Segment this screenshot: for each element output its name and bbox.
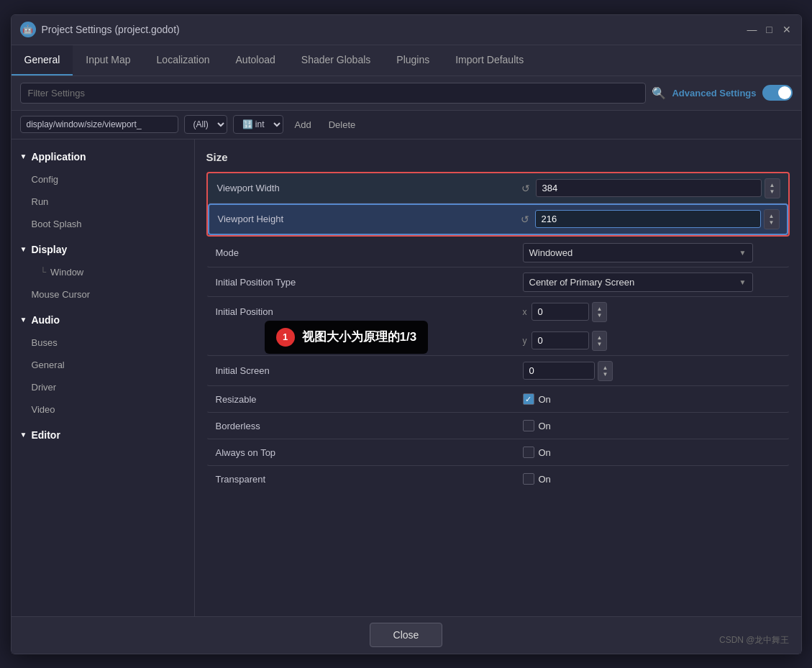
sidebar-section-audio: ▼ Audio Buses General Driver Video <box>12 308 194 421</box>
row-resizable: Resizable ✓ On <box>206 386 790 413</box>
mode-label: Mode <box>207 240 516 265</box>
sidebar-header-audio[interactable]: ▼ Audio <box>12 308 194 331</box>
path-bar: (All) 🔢 int Add Delete <box>12 111 801 139</box>
sidebar-item-boot-splash[interactable]: Boot Splash <box>12 213 194 235</box>
resizable-checkbox-group[interactable]: ✓ On <box>523 393 551 405</box>
minimize-button[interactable]: — <box>747 24 758 35</box>
initial-screen-label: Initial Screen <box>207 358 516 383</box>
tab-shader-globals[interactable]: Shader Globals <box>288 45 384 76</box>
sub-arrow-icon: └ <box>40 267 47 277</box>
viewport-width-label: Viewport Width <box>209 175 514 201</box>
reset-icon[interactable]: ↺ <box>521 183 530 194</box>
initial-position-type-dropdown-value: Center of Primary Screen <box>529 277 635 288</box>
sidebar-item-run[interactable]: Run <box>12 191 194 213</box>
borderless-checkbox[interactable] <box>523 420 534 431</box>
row-initial-screen: Initial Screen ▲ ▼ <box>206 356 790 386</box>
titlebar: 🤖 Project Settings (project.godot) — □ ✕ <box>12 15 801 45</box>
row-viewport-width: Viewport Width ↺ ▲ ▼ <box>208 173 788 203</box>
initial-position-x-input[interactable] <box>532 303 589 321</box>
viewport-height-spinner[interactable]: ▲ ▼ <box>764 209 780 229</box>
advanced-settings-label: Advanced Settings <box>672 88 756 99</box>
y-coord-label: y <box>523 336 532 346</box>
x-spinner[interactable]: ▲ ▼ <box>592 302 608 322</box>
close-window-button[interactable]: ✕ <box>781 24 793 35</box>
sidebar-item-general[interactable]: General <box>12 354 194 376</box>
window-title: Project Settings (project.godot) <box>42 24 747 35</box>
tab-general[interactable]: General <box>12 45 73 76</box>
initial-screen-value: ▲ ▼ <box>516 357 789 385</box>
viewport-height-value: ↺ ▲ ▼ <box>514 205 787 234</box>
arrow-icon: ▼ <box>20 245 27 253</box>
advanced-settings-toggle[interactable] <box>762 85 793 101</box>
resizable-checkbox[interactable]: ✓ <box>523 393 534 405</box>
initial-position-y-input[interactable] <box>532 331 589 349</box>
arrow-icon: ▼ <box>20 316 27 324</box>
row-mode: Mode Windowed ▼ <box>206 238 790 267</box>
resizable-on-text: On <box>539 394 551 405</box>
search-icon: 🔍 <box>652 86 666 100</box>
transparent-checkbox-group[interactable]: On <box>523 473 551 485</box>
filter-input[interactable] <box>20 83 647 104</box>
y-spinner[interactable]: ▲ ▼ <box>592 331 608 351</box>
window-controls: — □ ✕ <box>747 24 793 35</box>
tab-autoload[interactable]: Autoload <box>223 45 288 76</box>
tab-plugins[interactable]: Plugins <box>383 45 442 76</box>
row-borderless: Borderless On <box>206 413 790 439</box>
resizable-label: Resizable <box>207 387 516 412</box>
row-always-on-top: Always on Top On <box>206 439 790 466</box>
filter-toolbar: 🔍 Advanced Settings <box>12 76 801 111</box>
tab-input-map[interactable]: Input Map <box>73 45 143 76</box>
transparent-on-text: On <box>539 474 551 485</box>
sidebar-item-driver[interactable]: Driver <box>12 376 194 398</box>
viewport-width-spinner[interactable]: ▲ ▼ <box>765 178 780 198</box>
sidebar: ▼ Application Config Run Boot Splash ▼ D… <box>12 139 195 616</box>
delete-button[interactable]: Delete <box>323 116 362 133</box>
type-select[interactable]: 🔢 int <box>233 115 283 134</box>
viewport-width-input[interactable] <box>536 179 762 197</box>
transparent-checkbox[interactable] <box>523 473 534 485</box>
tooltip-badge: 1 <box>276 328 295 347</box>
always-on-top-value: On <box>516 442 789 462</box>
tab-import-defaults[interactable]: Import Defaults <box>442 45 537 76</box>
sidebar-audio-label: Audio <box>31 314 60 326</box>
initial-screen-input[interactable] <box>523 362 595 380</box>
transparent-label: Transparent <box>207 467 516 492</box>
add-button[interactable]: Add <box>289 116 317 133</box>
main-panel: Size Viewport Width ↺ ▲ ▼ <box>195 139 801 616</box>
initial-position-type-dropdown[interactable]: Center of Primary Screen ▼ <box>523 273 753 292</box>
mode-dropdown[interactable]: Windowed ▼ <box>523 243 753 262</box>
borderless-checkbox-group[interactable]: On <box>523 420 551 431</box>
viewport-height-input[interactable] <box>535 210 761 228</box>
initial-position-type-value: Center of Primary Screen ▼ <box>516 268 789 296</box>
row-initial-position: Initial Position x ▲ ▼ y <box>206 297 790 356</box>
close-button[interactable]: Close <box>370 623 443 647</box>
sidebar-item-mouse-cursor[interactable]: Mouse Cursor <box>12 283 194 306</box>
sidebar-header-editor[interactable]: ▼ Editor <box>12 424 194 447</box>
project-settings-window: 🤖 Project Settings (project.godot) — □ ✕… <box>11 14 802 654</box>
path-input[interactable] <box>20 116 178 133</box>
maximize-button[interactable]: □ <box>764 24 775 35</box>
always-on-top-checkbox[interactable] <box>523 447 534 458</box>
always-on-top-on-text: On <box>539 447 551 458</box>
tooltip-text: 视图大小为原理的1/3 <box>302 329 417 345</box>
sidebar-item-window[interactable]: └ Window <box>12 261 194 283</box>
sidebar-header-application[interactable]: ▼ Application <box>12 145 194 168</box>
always-on-top-checkbox-group[interactable]: On <box>523 447 551 458</box>
category-select[interactable]: (All) <box>184 115 227 134</box>
sidebar-section-display: ▼ Display └ Window Mouse Cursor <box>12 238 194 306</box>
tooltip-overlay: 1 视图大小为原理的1/3 <box>265 321 429 354</box>
x-coord-label: x <box>523 307 532 317</box>
viewport-height-label: Viewport Height <box>209 206 514 232</box>
sidebar-section-editor: ▼ Editor <box>12 424 194 447</box>
sidebar-header-display[interactable]: ▼ Display <box>12 238 194 261</box>
tab-localization[interactable]: Localization <box>144 45 223 76</box>
sidebar-item-config[interactable]: Config <box>12 168 194 191</box>
reset-icon-height[interactable]: ↺ <box>521 214 529 225</box>
initial-position-type-label: Initial Position Type <box>207 270 516 295</box>
borderless-on-text: On <box>539 421 551 431</box>
resizable-value: ✓ On <box>516 389 789 409</box>
sidebar-item-buses[interactable]: Buses <box>12 331 194 354</box>
initial-screen-spinner[interactable]: ▲ ▼ <box>598 361 613 381</box>
footer: Close CSDN @龙中舞王 <box>12 616 801 654</box>
sidebar-item-video[interactable]: Video <box>12 398 194 421</box>
